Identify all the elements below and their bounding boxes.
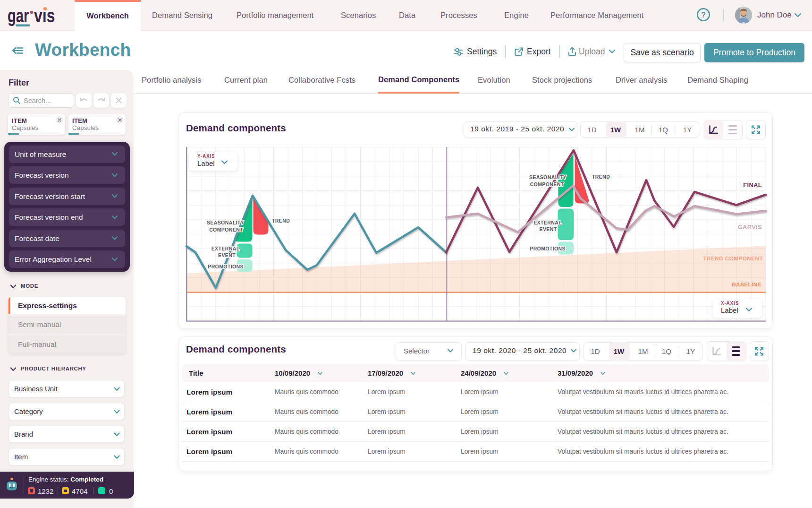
svg-text:SEASONALITY: SEASONALITY xyxy=(207,220,244,225)
svg-text:COMPONENT: COMPONENT xyxy=(209,227,243,232)
svg-text:GARVIS: GARVIS xyxy=(738,224,762,231)
svg-text:EVENT: EVENT xyxy=(539,226,557,232)
svg-text:PROMOTIONS: PROMOTIONS xyxy=(530,246,566,251)
svg-text:EXTERNAL: EXTERNAL xyxy=(211,246,240,251)
svg-text:TREND: TREND xyxy=(592,174,610,180)
svg-text:EXTERNAL: EXTERNAL xyxy=(533,220,562,225)
svg-text:gar: gar xyxy=(8,5,29,26)
svg-text:FINAL: FINAL xyxy=(743,181,762,189)
svg-text:BASELINE: BASELINE xyxy=(732,281,761,288)
svg-text:TREND: TREND xyxy=(272,218,290,224)
svg-text:EVENT: EVENT xyxy=(218,252,236,258)
svg-text:SEASONALITY: SEASONALITY xyxy=(529,174,567,180)
svg-text:TREND COMPONENT: TREND COMPONENT xyxy=(703,255,763,262)
svg-text:PROMOTIONS: PROMOTIONS xyxy=(208,264,244,269)
svg-text:?: ? xyxy=(701,11,706,19)
svg-text:COMPONENT: COMPONENT xyxy=(530,181,564,187)
